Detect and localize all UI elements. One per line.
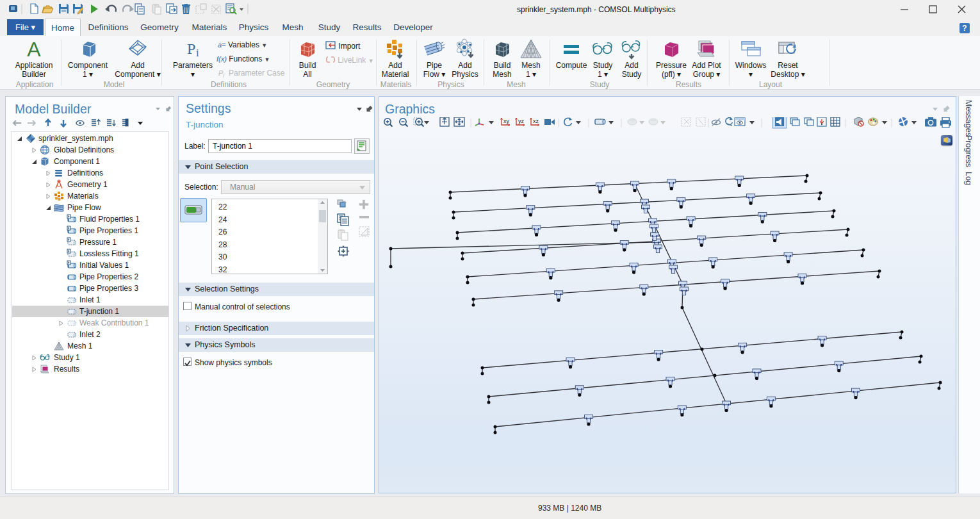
svg-text:P: P: [187, 40, 195, 57]
svg-text:A: A: [27, 38, 41, 60]
svg-text:xz: xz: [533, 118, 539, 124]
svg-text:i: i: [196, 47, 199, 59]
svg-text:xy: xy: [503, 118, 510, 124]
svg-text:yz: yz: [518, 118, 525, 124]
